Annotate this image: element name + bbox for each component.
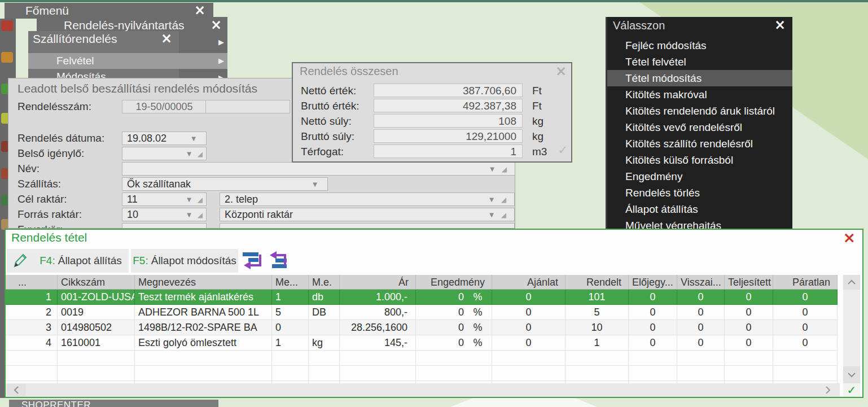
order-number-field[interactable]: 19-50/00005 <box>122 100 207 113</box>
table-row[interactable]: 3 014980502 1498B/12-R02-SPARE BA 0 28.2… <box>6 320 838 335</box>
crate-icon[interactable] <box>1 52 13 63</box>
dropdown-arrow-icon[interactable]: ▼ <box>489 212 494 218</box>
f5-status-modify-button[interactable]: F5: Állapot módosítás <box>131 249 238 273</box>
transfer-out-button[interactable] <box>266 250 290 272</box>
menu-item-kitoltes-szallito[interactable]: Kitöltés szállító rendelésről <box>607 135 792 152</box>
choose-action-menu: Válasszon × Fejléc módosítás Tétel felvé… <box>606 17 792 230</box>
picker-triangle-icon[interactable]: ◢ <box>198 211 203 219</box>
picker-triangle-icon[interactable]: ◢ <box>198 196 203 204</box>
freight-code-field[interactable]: ▼ ◢ <box>122 223 207 229</box>
dropdown-arrow-icon[interactable]: ▼ <box>187 196 191 203</box>
scroll-down-button[interactable] <box>843 366 860 383</box>
col-header-engedmeny[interactable]: Engedmény <box>416 275 492 290</box>
name-field[interactable]: ▼ ◢ <box>122 162 515 176</box>
target-warehouse-label: Cél raktár: <box>17 193 67 205</box>
order-date-label: Rendelés dátuma: <box>17 132 104 145</box>
menu-item-rendeles-torles[interactable]: Rendelés törlés <box>607 185 792 201</box>
col-header-elojegy[interactable]: Előjegy... <box>629 275 677 290</box>
scroll-right-button[interactable] <box>819 384 836 396</box>
internal-requester-field[interactable]: ▼ ◢ <box>122 147 207 160</box>
close-icon[interactable]: × <box>211 18 222 32</box>
empty-cell <box>6 351 58 366</box>
picker-triangle-icon[interactable]: ◢ <box>501 196 506 204</box>
empty-cell <box>416 366 492 381</box>
empty-cell <box>773 351 838 366</box>
empty-cell <box>340 366 416 381</box>
gross-weight-field: 129,21000 <box>374 129 523 143</box>
col-header-me[interactable]: M.e. <box>309 275 340 290</box>
submenu-arrow-icon[interactable]: ▶ <box>218 38 224 46</box>
close-icon[interactable]: × <box>194 3 205 17</box>
menu-item-tetel-felvetel[interactable]: Tétel felvétel <box>607 54 792 70</box>
menu-item-kitoltes-makroval[interactable]: Kitöltés makróval <box>607 86 792 103</box>
freight-name-field[interactable]: ▼ <box>220 223 515 229</box>
source-warehouse-name-field[interactable]: Központi raktár ▼ ◢ <box>220 208 515 221</box>
main-menu-titlebar: Főmenü × <box>5 3 213 19</box>
col-header-cikkszam[interactable]: Cikkszám <box>58 275 135 290</box>
menu-item-kitoltes-vevo[interactable]: Kitöltés vevő rendelésről <box>607 119 792 135</box>
submenu-arrow-icon[interactable]: ▶ <box>218 56 224 65</box>
menu-item-kitoltes-kulso[interactable]: Kitöltés külső forrásból <box>607 152 792 168</box>
dropdown-arrow-icon[interactable]: ▼ <box>191 135 196 142</box>
col-header-rendelt[interactable]: Rendelt <box>565 275 629 290</box>
menu-item-tetel-modositas[interactable]: Tétel módosítás <box>607 70 792 86</box>
shipping-field[interactable]: Ők szállítanak ▼ <box>122 177 328 191</box>
close-icon[interactable]: × <box>774 18 786 32</box>
scroll-up-button[interactable] <box>843 275 860 290</box>
edit-item-button[interactable] <box>7 249 33 273</box>
dropdown-arrow-icon[interactable]: ▼ <box>313 181 317 187</box>
table-row[interactable]: 2 0019 ADHEZOR BARNA 500 1L 5 DB 800,- 0… <box>6 305 838 320</box>
order-date-field[interactable]: 19.08.02 ▼ <box>122 132 207 145</box>
target-warehouse-code: 11 <box>127 194 138 205</box>
col-header-ajanlat[interactable]: Ajánlat <box>492 275 565 290</box>
menu-item-label: Felvétel <box>56 55 94 67</box>
accept-check-icon[interactable]: ✓ <box>843 383 860 397</box>
col-header-rownum[interactable]: ... <box>6 275 58 290</box>
f5-key: F5: <box>133 255 148 267</box>
empty-cell <box>725 351 773 366</box>
transfer-in-button[interactable] <box>240 250 264 272</box>
menu-item-allapot-atallitas[interactable]: Állapot átállítás <box>607 201 792 217</box>
dropdown-arrow-icon[interactable]: ▼ <box>490 166 494 172</box>
gross-value-label: Bruttó érték: <box>301 100 360 112</box>
col-header-ar[interactable]: Ár <box>340 275 416 290</box>
order-totals-window: Rendelés összesen × Nettó érték: 387.706… <box>292 62 572 163</box>
picker-triangle-icon[interactable]: ◢ <box>198 150 203 158</box>
col-header-mennyiseg[interactable]: Me... <box>272 275 309 290</box>
dropdown-arrow-icon[interactable]: ▼ <box>489 196 494 203</box>
empty-cell <box>773 366 838 381</box>
col-header-visszai[interactable]: Visszai... <box>677 275 725 290</box>
menu-item-kitoltes-rendelendo[interactable]: Kitöltés rendelendő áruk listáról <box>607 103 792 119</box>
col-header-paratlan[interactable]: Páratlan <box>773 275 838 290</box>
target-warehouse-name-field[interactable]: 2. telep ▼ ◢ <box>220 192 515 206</box>
menu-item-felvetel[interactable]: Felvétel <box>28 53 179 69</box>
order-number-suffix-field[interactable] <box>205 100 290 113</box>
f4-status-set-button[interactable]: F4: Állapot állítás <box>33 249 129 273</box>
col-header-megnevezes[interactable]: Megnevezés <box>135 275 272 290</box>
empty-cell <box>677 351 725 366</box>
shipping-value: Ők szállítanak <box>127 178 191 190</box>
source-warehouse-code-field[interactable]: 10 ▼ ◢ <box>122 208 207 221</box>
vertical-scrollbar[interactable] <box>843 275 860 383</box>
table-row[interactable]: 4 1610001 Eszti golyó ömlesztett 1 kg 14… <box>6 335 838 351</box>
dropdown-arrow-icon[interactable]: ▼ <box>187 151 191 157</box>
volume-unit: m3 <box>532 146 547 158</box>
col-header-teljesitett[interactable]: Teljesített <box>725 275 773 290</box>
basket-icon[interactable] <box>1 20 13 31</box>
menu-item-engedmeny[interactable]: Engedmény <box>607 168 792 185</box>
close-icon[interactable]: × <box>161 32 172 45</box>
empty-cell <box>416 351 492 366</box>
close-icon[interactable]: × <box>555 63 567 79</box>
confirm-check-icon[interactable]: ✓ <box>558 143 568 157</box>
picker-triangle-icon[interactable]: ◢ <box>501 211 506 219</box>
gross-weight-label: Bruttó súly: <box>301 130 354 143</box>
gross-value: 492.387,38 <box>374 100 516 112</box>
horizontal-scrollbar[interactable] <box>6 383 840 397</box>
picker-triangle-icon[interactable]: ◢ <box>502 165 507 173</box>
scroll-left-button[interactable] <box>7 384 26 396</box>
dropdown-arrow-icon[interactable]: ▼ <box>187 212 191 218</box>
close-icon[interactable]: × <box>843 230 856 246</box>
table-row-selected[interactable]: 1 001-ZOLD-UJSAG Teszt termék ajánlatkér… <box>6 290 838 305</box>
target-warehouse-code-field[interactable]: 11 ▼ ◢ <box>122 192 207 206</box>
menu-item-fejlec-modositas[interactable]: Fejléc módosítás <box>607 37 792 54</box>
